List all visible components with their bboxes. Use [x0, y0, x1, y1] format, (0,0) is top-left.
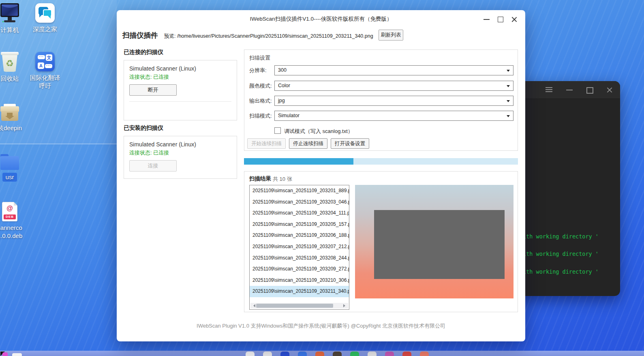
scrollbar-thumb[interactable]	[256, 304, 333, 308]
scanner-device-name: Simulated Scanner (Linux)	[129, 65, 231, 72]
translate-icon: ··· 文 A ···	[35, 52, 55, 71]
close-button[interactable]	[507, 14, 521, 25]
desktop-icon-label: 国际化翻译 呼吁	[26, 74, 64, 90]
debug-mode-checkbox[interactable]	[274, 127, 281, 134]
horizontal-scrollbar[interactable]	[250, 303, 348, 309]
resolution-select[interactable]: 300	[274, 65, 513, 75]
disconnect-button[interactable]: 断开	[129, 84, 177, 96]
dock-left-icon[interactable]	[12, 353, 22, 356]
terminal-minimize-button[interactable]	[566, 87, 573, 93]
color-mode-select[interactable]: Color	[274, 81, 513, 91]
desktop-icon-label: 装deepin	[0, 124, 29, 132]
connection-status: 连接状态: 已连接	[129, 149, 231, 157]
debug-mode-label: 调试模式（写入 scanlog.txt）	[284, 128, 353, 135]
dock-corner-icon[interactable]	[2, 352, 8, 356]
scroll-right-icon[interactable]	[343, 304, 347, 307]
start-continuous-scan-button[interactable]: 开始连续扫描	[247, 138, 286, 149]
scan-preview-content	[374, 210, 505, 279]
scan-mode-row: 扫描模式: Simulator	[244, 111, 518, 121]
chat-bubbles-icon	[35, 3, 55, 23]
terminal-maximize-button[interactable]	[586, 87, 593, 93]
scan-mode-select[interactable]: Simulator	[274, 111, 513, 121]
maximize-button[interactable]	[494, 14, 507, 25]
list-item[interactable]: 20251109\simscan_20251109_203206_188.p	[250, 230, 349, 241]
minimize-button[interactable]	[480, 14, 494, 25]
list-item[interactable]: 20251109\simscan_20251109_203204_111.p	[250, 208, 349, 219]
scan-settings-group: 扫描设置 分辨率: 300 颜色模式: Color 输出格式: jpg 扫描模式…	[244, 49, 518, 151]
folder-icon	[0, 154, 19, 170]
wallpaper-streak-line	[0, 144, 117, 144]
terminal-output-line: ith working directory '	[523, 268, 599, 275]
hamburger-menu-icon[interactable]	[546, 87, 552, 93]
dock-app-icon[interactable]	[420, 352, 429, 356]
dock-app-icon[interactable]	[333, 352, 342, 356]
open-device-settings-button[interactable]: 打开设备设置	[331, 138, 369, 149]
divider	[129, 101, 231, 102]
desktop-icon-trash[interactable]: ♻ 回收站	[0, 52, 29, 83]
desktop-icon-label: cannerco 1.0.0.deb	[0, 224, 29, 240]
desktop-icon-label: usr	[2, 173, 17, 182]
desktop-icon-computer[interactable]: 计算机	[0, 3, 29, 34]
resolution-row: 分辨率: 300	[244, 65, 518, 75]
scan-results-count: 共 10 张	[273, 176, 292, 183]
scan-results-title: 扫描结果	[249, 175, 271, 182]
list-item[interactable]: 20251109\simscan_20251109_203210_306.p	[250, 275, 349, 286]
list-item-selected[interactable]: 20251109\simscan_20251109_203211_340.p	[250, 286, 349, 297]
dock-app-icon[interactable]	[350, 352, 359, 356]
installed-scanners-title: 已安装的扫描仪	[124, 124, 163, 132]
scroll-left-icon[interactable]	[252, 304, 255, 307]
debian-swirl-icon: @	[2, 205, 17, 212]
dots-glyph: ···	[38, 55, 45, 59]
recycle-icon: ♻	[6, 59, 14, 68]
chevron-down-icon	[507, 70, 510, 73]
desktop-icon-label: 深度之家	[26, 25, 64, 33]
refresh-list-button[interactable]: 刷新列表	[379, 30, 403, 41]
computer-icon	[0, 3, 19, 24]
connection-status: 连接状态: 已连接	[129, 73, 231, 81]
trash-icon: ♻	[0, 52, 19, 72]
deb-package-icon: @ DEB	[2, 202, 17, 221]
terminal-output-line: ith working directory '	[523, 233, 599, 240]
desktop-icon-label: 回收站	[0, 75, 29, 83]
taskbar-dock[interactable]	[0, 351, 644, 356]
footer-text: IWebScan Plugin V1.0 支持Windows和国产操作系统(银河…	[117, 322, 525, 330]
scan-action-buttons: 开始连续扫描 停止连续扫描 打开设备设置	[247, 138, 369, 149]
scan-settings-title: 扫描设置	[249, 54, 270, 62]
stop-continuous-scan-button[interactable]: 停止连续扫描	[289, 138, 327, 149]
dock-app-icon[interactable]	[368, 352, 377, 356]
deb-badge: DEB	[4, 214, 16, 219]
scan-preview-image	[355, 185, 513, 298]
terminal-output-line: ith working directory '	[523, 251, 599, 257]
dots-glyph: ···	[45, 64, 52, 68]
list-item[interactable]: 20251109\simscan_20251109_203208_244.p	[250, 253, 349, 264]
desktop-icon-label: 计算机	[0, 26, 29, 34]
terminal-close-button[interactable]	[606, 87, 613, 93]
chevron-down-icon	[507, 115, 510, 119]
scan-file-list[interactable]: 20251109\simscan_20251109_203201_889.p 2…	[249, 185, 349, 310]
list-item[interactable]: 20251109\simscan_20251109_203203_046.p	[250, 197, 349, 208]
dock-app-icon[interactable]	[263, 352, 272, 356]
connect-button[interactable]: 连接	[129, 160, 177, 172]
chevron-down-icon	[507, 85, 510, 89]
scan-mode-label: 扫描模式:	[249, 112, 272, 120]
list-item[interactable]: 20251109\simscan_20251109_203209_272.p	[250, 264, 349, 275]
list-item[interactable]: 20251109\simscan_20251109_203201_889.p	[250, 185, 349, 197]
dock-app-icon[interactable]	[246, 352, 255, 356]
cjk-glyph: 文	[46, 54, 52, 61]
preview-path-text: 预览: /home/liveuser/Pictures/ScannerPlugi…	[164, 33, 373, 40]
color-mode-label: 颜色模式:	[249, 82, 272, 90]
output-format-select[interactable]: jpg	[274, 96, 513, 106]
desktop-icon-translator[interactable]: ··· 文 A ··· 国际化翻译 呼吁	[26, 52, 64, 90]
desktop-icon-deb-package[interactable]: @ DEB cannerco 1.0.0.deb	[0, 202, 29, 240]
desktop-icon-install-deepin[interactable]: 装deepin	[0, 104, 29, 132]
output-format-label: 输出格式:	[249, 97, 272, 105]
desktop-icon-deepin-home[interactable]: 深度之家	[26, 3, 64, 33]
desktop-icon-usr-folder[interactable]: usr	[0, 154, 29, 182]
dock-app-icon[interactable]	[280, 352, 289, 356]
dock-app-icon[interactable]	[402, 352, 411, 356]
dock-app-icon[interactable]	[298, 352, 307, 356]
list-item[interactable]: 20251109\simscan_20251109_203205_157.p	[250, 219, 349, 230]
dock-app-icon[interactable]	[315, 352, 324, 356]
dock-app-icon[interactable]	[385, 352, 394, 356]
list-item[interactable]: 20251109\simscan_20251109_203207_212.p	[250, 241, 349, 253]
